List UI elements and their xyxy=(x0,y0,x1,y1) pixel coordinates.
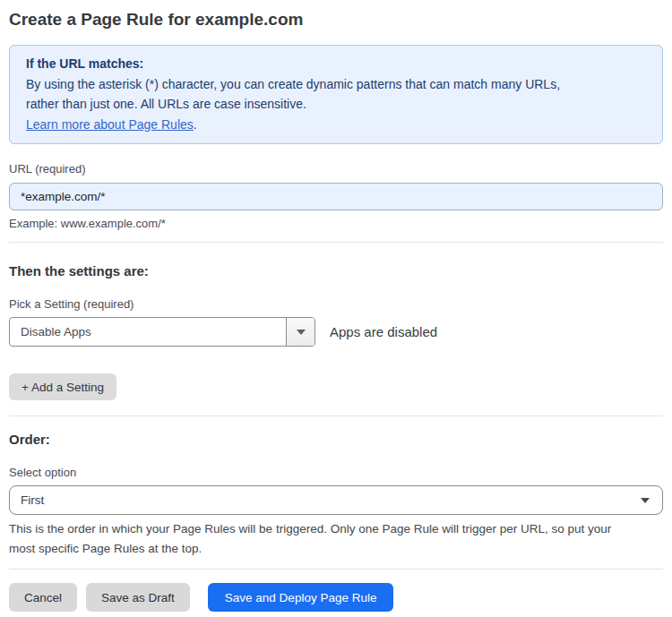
order-select-label: Select option xyxy=(9,466,663,480)
create-page-rule-panel: Create a Page Rule for example.com If th… xyxy=(0,9,672,612)
caret-down-icon xyxy=(297,330,306,335)
url-field-label: URL (required) xyxy=(9,162,663,176)
pick-setting-label: Pick a Setting (required) xyxy=(9,297,663,312)
save-as-draft-button[interactable]: Save as Draft xyxy=(86,583,190,612)
order-helper-text: This is the order in which your Page Rul… xyxy=(9,519,663,559)
settings-section-heading: Then the settings are: xyxy=(9,262,663,279)
add-setting-button[interactable]: + Add a Setting xyxy=(9,373,116,400)
order-helper-line2: most specific Page Rules at the top. xyxy=(9,539,663,559)
order-helper-line1: This is the order in which your Page Rul… xyxy=(9,519,663,539)
setting-row: Disable Apps Apps are disabled xyxy=(9,317,663,347)
info-box-heading: If the URL matches: xyxy=(26,54,646,74)
order-select[interactable]: First xyxy=(9,485,663,515)
learn-more-page-rules-link[interactable]: Learn more about Page Rules xyxy=(26,117,194,132)
order-select-value: First xyxy=(21,493,44,507)
save-and-deploy-button[interactable]: Save and Deploy Page Rule xyxy=(208,583,394,612)
url-matches-info-box: If the URL matches: By using the asteris… xyxy=(9,45,663,144)
info-box-body-line1: By using the asterisk (*) character, you… xyxy=(26,74,646,95)
cancel-button[interactable]: Cancel xyxy=(9,583,77,612)
caret-down-icon xyxy=(641,498,650,503)
divider xyxy=(9,569,663,570)
setting-select[interactable]: Disable Apps xyxy=(9,317,315,347)
info-box-link-line: Learn more about Page Rules. xyxy=(26,115,646,135)
footer-actions: Cancel Save as Draft Save and Deploy Pag… xyxy=(9,583,663,612)
divider xyxy=(9,416,663,416)
divider xyxy=(9,242,663,243)
setting-status-text: Apps are disabled xyxy=(330,324,437,339)
url-example-helper: Example: www.example.com/* xyxy=(9,216,663,231)
url-input[interactable] xyxy=(9,183,663,210)
setting-select-value: Disable Apps xyxy=(10,318,286,346)
info-box-body-line2: rather than just one. All URLs are case … xyxy=(26,94,646,115)
page-title: Create a Page Rule for example.com xyxy=(9,9,663,30)
link-period: . xyxy=(194,117,197,132)
setting-select-caret-button[interactable] xyxy=(286,318,314,346)
order-section-heading: Order: xyxy=(9,431,663,448)
